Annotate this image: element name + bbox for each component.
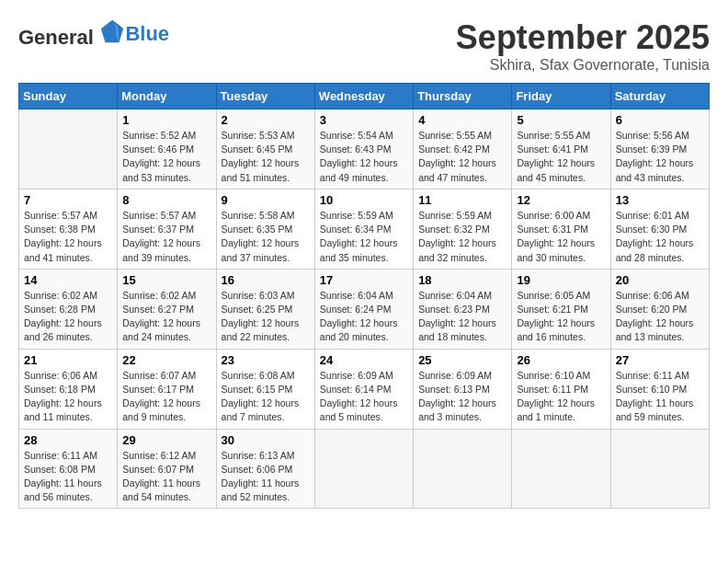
day-number: 1 bbox=[122, 113, 210, 127]
calendar-cell: 28Sunrise: 6:11 AM Sunset: 6:08 PM Dayli… bbox=[19, 429, 118, 509]
calendar-cell: 23Sunrise: 6:08 AM Sunset: 6:15 PM Dayli… bbox=[216, 349, 314, 429]
cell-info: Sunrise: 5:53 AM Sunset: 6:45 PM Dayligh… bbox=[222, 129, 310, 185]
day-number: 9 bbox=[222, 193, 310, 207]
cell-info: Sunrise: 6:09 AM Sunset: 6:14 PM Dayligh… bbox=[320, 369, 408, 425]
calendar-cell: 25Sunrise: 6:09 AM Sunset: 6:13 PM Dayli… bbox=[414, 349, 512, 429]
calendar-cell: 4Sunrise: 5:55 AM Sunset: 6:42 PM Daylig… bbox=[414, 109, 512, 190]
day-header-wednesday: Wednesday bbox=[314, 84, 413, 109]
day-number: 12 bbox=[517, 193, 605, 207]
calendar-cell: 6Sunrise: 5:56 AM Sunset: 6:39 PM Daylig… bbox=[610, 109, 709, 190]
calendar-cell: 10Sunrise: 5:59 AM Sunset: 6:34 PM Dayli… bbox=[314, 189, 413, 269]
cell-info: Sunrise: 6:13 AM Sunset: 6:06 PM Dayligh… bbox=[222, 449, 310, 505]
calendar-cell: 11Sunrise: 5:59 AM Sunset: 6:32 PM Dayli… bbox=[414, 189, 512, 269]
calendar-cell bbox=[19, 109, 118, 190]
cell-info: Sunrise: 5:59 AM Sunset: 6:32 PM Dayligh… bbox=[418, 209, 506, 265]
calendar-cell: 21Sunrise: 6:06 AM Sunset: 6:18 PM Dayli… bbox=[19, 349, 118, 429]
calendar-cell bbox=[610, 429, 709, 509]
month-title: September 2025 bbox=[456, 18, 710, 57]
calendar-cell: 16Sunrise: 6:03 AM Sunset: 6:25 PM Dayli… bbox=[216, 269, 314, 349]
cell-info: Sunrise: 5:55 AM Sunset: 6:41 PM Dayligh… bbox=[517, 129, 605, 185]
cell-info: Sunrise: 6:10 AM Sunset: 6:11 PM Dayligh… bbox=[517, 369, 605, 425]
calendar-cell: 17Sunrise: 6:04 AM Sunset: 6:24 PM Dayli… bbox=[314, 269, 413, 349]
cell-info: Sunrise: 6:02 AM Sunset: 6:27 PM Dayligh… bbox=[122, 289, 210, 345]
cell-info: Sunrise: 5:52 AM Sunset: 6:46 PM Dayligh… bbox=[122, 129, 210, 185]
cell-info: Sunrise: 5:57 AM Sunset: 6:37 PM Dayligh… bbox=[122, 209, 210, 265]
logo-icon bbox=[99, 18, 125, 44]
calendar-cell: 9Sunrise: 5:58 AM Sunset: 6:35 PM Daylig… bbox=[216, 189, 314, 269]
cell-info: Sunrise: 5:55 AM Sunset: 6:42 PM Dayligh… bbox=[418, 129, 506, 185]
cell-info: Sunrise: 6:12 AM Sunset: 6:07 PM Dayligh… bbox=[122, 449, 210, 505]
day-number: 17 bbox=[320, 273, 408, 287]
day-number: 18 bbox=[418, 273, 506, 287]
calendar-cell: 1Sunrise: 5:52 AM Sunset: 6:46 PM Daylig… bbox=[118, 109, 216, 190]
calendar-cell: 24Sunrise: 6:09 AM Sunset: 6:14 PM Dayli… bbox=[314, 349, 413, 429]
calendar-cell: 12Sunrise: 6:00 AM Sunset: 6:31 PM Dayli… bbox=[512, 189, 610, 269]
calendar-cell: 15Sunrise: 6:02 AM Sunset: 6:27 PM Dayli… bbox=[118, 269, 216, 349]
cell-info: Sunrise: 5:58 AM Sunset: 6:35 PM Dayligh… bbox=[222, 209, 310, 265]
calendar-cell: 20Sunrise: 6:06 AM Sunset: 6:20 PM Dayli… bbox=[610, 269, 709, 349]
day-header-monday: Monday bbox=[118, 84, 216, 109]
logo: General Blue bbox=[18, 18, 169, 50]
calendar-cell bbox=[314, 429, 413, 509]
cell-info: Sunrise: 6:04 AM Sunset: 6:24 PM Dayligh… bbox=[320, 289, 408, 345]
calendar-cell: 19Sunrise: 6:05 AM Sunset: 6:21 PM Dayli… bbox=[512, 269, 610, 349]
day-number: 7 bbox=[24, 193, 112, 207]
calendar-table: SundayMondayTuesdayWednesdayThursdayFrid… bbox=[18, 83, 710, 509]
cell-info: Sunrise: 6:04 AM Sunset: 6:23 PM Dayligh… bbox=[418, 289, 506, 345]
day-number: 10 bbox=[320, 193, 408, 207]
calendar-cell: 2Sunrise: 5:53 AM Sunset: 6:45 PM Daylig… bbox=[216, 109, 314, 190]
calendar-cell: 30Sunrise: 6:13 AM Sunset: 6:06 PM Dayli… bbox=[216, 429, 314, 509]
logo-blue: Blue bbox=[125, 22, 169, 46]
location-title: Skhira, Sfax Governorate, Tunisia bbox=[456, 57, 710, 74]
cell-info: Sunrise: 6:08 AM Sunset: 6:15 PM Dayligh… bbox=[222, 369, 310, 425]
day-number: 5 bbox=[517, 113, 605, 127]
title-block: September 2025 Skhira, Sfax Governorate,… bbox=[456, 18, 710, 74]
day-number: 16 bbox=[222, 273, 310, 287]
page-header: General Blue September 2025 Skhira, Sfax… bbox=[18, 18, 710, 74]
day-header-saturday: Saturday bbox=[610, 84, 709, 109]
cell-info: Sunrise: 6:05 AM Sunset: 6:21 PM Dayligh… bbox=[517, 289, 605, 345]
cell-info: Sunrise: 6:03 AM Sunset: 6:25 PM Dayligh… bbox=[222, 289, 310, 345]
calendar-cell: 5Sunrise: 5:55 AM Sunset: 6:41 PM Daylig… bbox=[512, 109, 610, 190]
calendar-cell: 3Sunrise: 5:54 AM Sunset: 6:43 PM Daylig… bbox=[314, 109, 413, 190]
day-number: 11 bbox=[418, 193, 506, 207]
day-number: 26 bbox=[517, 353, 605, 367]
day-number: 8 bbox=[122, 193, 210, 207]
calendar-cell: 8Sunrise: 5:57 AM Sunset: 6:37 PM Daylig… bbox=[118, 189, 216, 269]
cell-info: Sunrise: 6:01 AM Sunset: 6:30 PM Dayligh… bbox=[616, 209, 704, 265]
day-number: 20 bbox=[616, 273, 704, 287]
day-number: 22 bbox=[122, 353, 210, 367]
calendar-cell: 18Sunrise: 6:04 AM Sunset: 6:23 PM Dayli… bbox=[414, 269, 512, 349]
cell-info: Sunrise: 6:00 AM Sunset: 6:31 PM Dayligh… bbox=[517, 209, 605, 265]
day-number: 2 bbox=[222, 113, 310, 127]
cell-info: Sunrise: 6:02 AM Sunset: 6:28 PM Dayligh… bbox=[24, 289, 112, 345]
day-number: 14 bbox=[24, 273, 112, 287]
day-number: 13 bbox=[616, 193, 704, 207]
cell-info: Sunrise: 6:06 AM Sunset: 6:18 PM Dayligh… bbox=[24, 369, 112, 425]
logo-general: General bbox=[18, 26, 94, 49]
day-number: 24 bbox=[320, 353, 408, 367]
calendar-cell bbox=[512, 429, 610, 509]
day-number: 28 bbox=[24, 433, 112, 447]
day-number: 6 bbox=[616, 113, 704, 127]
day-number: 23 bbox=[222, 353, 310, 367]
svg-marker-0 bbox=[101, 20, 123, 42]
cell-info: Sunrise: 5:59 AM Sunset: 6:34 PM Dayligh… bbox=[320, 209, 408, 265]
cell-info: Sunrise: 6:09 AM Sunset: 6:13 PM Dayligh… bbox=[418, 369, 506, 425]
day-number: 19 bbox=[517, 273, 605, 287]
calendar-cell: 14Sunrise: 6:02 AM Sunset: 6:28 PM Dayli… bbox=[19, 269, 118, 349]
calendar-cell: 13Sunrise: 6:01 AM Sunset: 6:30 PM Dayli… bbox=[610, 189, 709, 269]
calendar-cell: 29Sunrise: 6:12 AM Sunset: 6:07 PM Dayli… bbox=[118, 429, 216, 509]
calendar-cell bbox=[414, 429, 512, 509]
cell-info: Sunrise: 6:06 AM Sunset: 6:20 PM Dayligh… bbox=[616, 289, 704, 345]
day-number: 27 bbox=[616, 353, 704, 367]
calendar-cell: 7Sunrise: 5:57 AM Sunset: 6:38 PM Daylig… bbox=[19, 189, 118, 269]
cell-info: Sunrise: 5:57 AM Sunset: 6:38 PM Dayligh… bbox=[24, 209, 112, 265]
cell-info: Sunrise: 5:54 AM Sunset: 6:43 PM Dayligh… bbox=[320, 129, 408, 185]
calendar-cell: 26Sunrise: 6:10 AM Sunset: 6:11 PM Dayli… bbox=[512, 349, 610, 429]
calendar-cell: 22Sunrise: 6:07 AM Sunset: 6:17 PM Dayli… bbox=[118, 349, 216, 429]
day-header-friday: Friday bbox=[512, 84, 610, 109]
day-number: 29 bbox=[122, 433, 210, 447]
day-header-tuesday: Tuesday bbox=[216, 84, 314, 109]
calendar-cell: 27Sunrise: 6:11 AM Sunset: 6:10 PM Dayli… bbox=[610, 349, 709, 429]
